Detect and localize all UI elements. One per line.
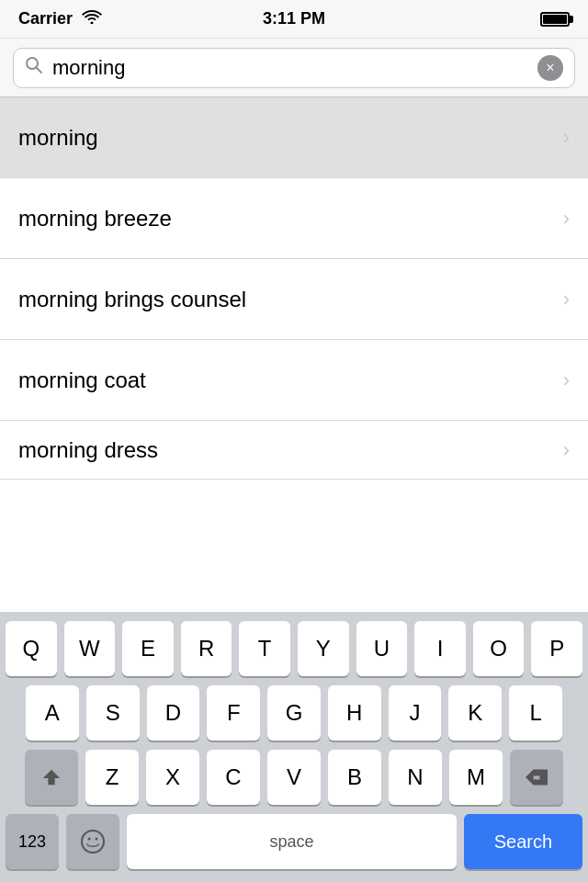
key-j[interactable]: J — [389, 685, 442, 741]
key-p[interactable]: P — [531, 621, 582, 676]
svg-point-1 — [27, 58, 38, 69]
search-key[interactable]: Search — [464, 814, 582, 869]
suggestion-item-partial[interactable]: morning dress › — [0, 421, 588, 480]
suggestion-text: morning — [18, 125, 98, 151]
chevron-icon: › — [563, 438, 570, 462]
key-l[interactable]: L — [509, 685, 562, 741]
search-input-container[interactable]: morning × — [13, 48, 575, 88]
key-d[interactable]: D — [147, 685, 200, 741]
key-z[interactable]: Z — [85, 750, 139, 805]
key-r[interactable]: R — [181, 621, 232, 676]
search-icon — [25, 56, 43, 79]
battery-icon — [540, 12, 570, 27]
suggestion-item[interactable]: morning coat › — [0, 340, 588, 421]
status-bar: Carrier 3:11 PM — [0, 0, 588, 39]
emoji-key[interactable] — [66, 814, 119, 869]
status-left: Carrier — [18, 9, 102, 28]
key-g[interactable]: G — [267, 685, 321, 741]
keyboard: Q W E R T Y U I O P A S D F G H J K L Z … — [0, 612, 588, 882]
svg-point-4 — [88, 838, 91, 841]
keyboard-row-3: Z X C V B N M — [0, 750, 588, 805]
numbers-key[interactable]: 123 — [6, 814, 59, 869]
key-t[interactable]: T — [239, 621, 290, 676]
chevron-icon: › — [563, 288, 570, 311]
key-v[interactable]: V — [267, 750, 321, 805]
chevron-icon: › — [563, 368, 570, 392]
key-b[interactable]: B — [328, 750, 381, 805]
key-x[interactable]: X — [146, 750, 199, 805]
suggestion-item[interactable]: morning breeze › — [0, 178, 588, 259]
key-k[interactable]: K — [448, 685, 502, 741]
keyboard-row-2: A S D F G H J K L — [0, 685, 588, 741]
battery-indicator — [540, 12, 570, 27]
chevron-icon: › — [563, 126, 570, 150]
suggestion-text: morning breeze — [18, 206, 172, 232]
space-key[interactable]: space — [127, 814, 457, 869]
suggestion-text: morning coat — [18, 368, 146, 393]
shift-key[interactable] — [25, 750, 78, 805]
keyboard-bottom-row: 123 space Search — [0, 814, 588, 869]
chevron-icon: › — [563, 207, 570, 231]
svg-point-3 — [82, 831, 104, 853]
key-h[interactable]: H — [328, 685, 381, 741]
suggestion-text: morning dress — [18, 437, 158, 463]
time-display: 3:11 PM — [263, 9, 325, 28]
svg-point-5 — [96, 838, 98, 841]
key-a[interactable]: A — [26, 685, 79, 741]
key-u[interactable]: U — [356, 621, 408, 676]
suggestion-item[interactable]: morning brings counsel › — [0, 259, 588, 340]
key-f[interactable]: F — [207, 685, 260, 741]
suggestions-list: morning › morning breeze › morning bring… — [0, 97, 588, 480]
key-y[interactable]: Y — [298, 621, 349, 676]
key-n[interactable]: N — [389, 750, 442, 805]
key-e[interactable]: E — [122, 621, 174, 676]
search-bar: morning × — [0, 39, 588, 97]
suggestion-item[interactable]: morning › — [0, 97, 588, 178]
wifi-icon — [82, 9, 102, 28]
suggestion-text: morning brings counsel — [18, 287, 246, 312]
key-q[interactable]: Q — [6, 621, 57, 676]
key-c[interactable]: C — [207, 750, 260, 805]
backspace-key[interactable] — [510, 750, 563, 805]
search-input[interactable]: morning — [52, 56, 528, 80]
key-m[interactable]: M — [449, 750, 503, 805]
clear-button[interactable]: × — [537, 55, 563, 81]
svg-line-2 — [37, 68, 41, 73]
key-i[interactable]: I — [414, 621, 466, 676]
key-w[interactable]: W — [64, 621, 116, 676]
carrier-label: Carrier — [18, 9, 73, 28]
keyboard-row-1: Q W E R T Y U I O P — [0, 621, 588, 676]
key-s[interactable]: S — [86, 685, 140, 741]
key-o[interactable]: O — [473, 621, 525, 676]
svg-point-0 — [91, 22, 94, 25]
